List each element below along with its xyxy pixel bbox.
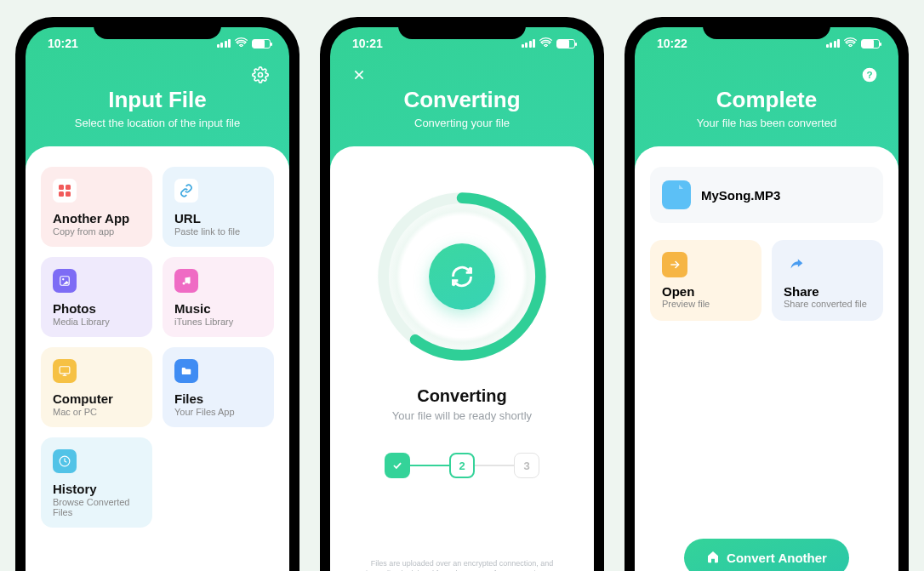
action-title: Share	[784, 284, 871, 299]
close-icon[interactable]	[347, 63, 371, 87]
svg-point-8	[188, 282, 191, 284]
tile-sub: iTunes Library	[174, 317, 262, 327]
tile-title: URL	[174, 211, 262, 226]
step-indicator: 2 3	[385, 453, 539, 478]
step-3-pending: 3	[514, 453, 539, 478]
svg-rect-2	[66, 185, 71, 190]
svg-rect-1	[59, 185, 64, 190]
battery-icon	[861, 39, 880, 49]
page-subtitle: Converting your file	[347, 117, 577, 129]
battery-icon	[556, 39, 575, 49]
step-segment	[410, 465, 449, 466]
music-icon	[174, 269, 198, 293]
computer-icon	[53, 359, 77, 383]
svg-point-0	[259, 73, 263, 77]
svg-rect-3	[59, 191, 64, 197]
tile-url[interactable]: URL Paste link to file	[163, 167, 274, 247]
step-1-done	[385, 453, 410, 478]
apps-grid-icon	[53, 179, 77, 203]
action-share[interactable]: Share Share converted file	[772, 240, 883, 321]
file-result-row[interactable]: MySong.MP3	[650, 167, 883, 223]
tile-sub: Mac or PC	[53, 407, 140, 417]
notch	[94, 17, 221, 39]
notch	[703, 17, 830, 39]
progress-title: Converting	[392, 386, 532, 406]
header: Input File Select the location of the in…	[26, 87, 289, 146]
tile-title: Photos	[53, 301, 140, 316]
share-icon	[784, 252, 809, 277]
file-name: MySong.MP3	[701, 188, 780, 203]
progress-sub: Your file will be ready shortly	[392, 409, 532, 422]
tile-sub: Browse Converted Files	[53, 497, 140, 517]
folder-icon	[174, 359, 198, 383]
progress-ring	[373, 187, 551, 366]
tile-sub: Paste link to file	[174, 226, 262, 237]
action-open[interactable]: Open Preview file	[650, 240, 761, 321]
convert-another-button[interactable]: Convert Another	[684, 539, 849, 571]
step-2-active: 2	[449, 453, 475, 478]
tile-title: Music	[174, 301, 262, 316]
tile-title: Files	[174, 391, 262, 406]
tile-computer[interactable]: Computer Mac or PC	[41, 347, 152, 427]
tile-sub: Copy from app	[53, 226, 140, 237]
help-icon[interactable]: ?	[858, 63, 881, 87]
page-title: Input File	[43, 87, 272, 113]
page-subtitle: Your file has been converted	[652, 117, 881, 129]
phone-screen-complete: 10:22 ? Complete Your file has been conv…	[625, 17, 909, 571]
sync-icon	[429, 243, 495, 310]
home-icon	[706, 550, 720, 566]
svg-rect-9	[60, 367, 70, 374]
battery-icon	[252, 39, 271, 49]
link-icon	[174, 179, 198, 203]
status-time: 10:21	[352, 37, 383, 50]
svg-point-6	[62, 278, 64, 280]
action-title: Open	[662, 284, 750, 299]
settings-icon[interactable]	[248, 63, 272, 87]
notch	[398, 17, 526, 39]
cellular-icon	[217, 39, 231, 48]
header: Converting Converting your file	[330, 87, 594, 146]
photos-icon	[53, 269, 77, 293]
step-segment	[475, 465, 514, 466]
page-subtitle: Select the location of the input file	[43, 117, 272, 129]
tile-sub: Media Library	[53, 317, 140, 327]
history-icon	[53, 449, 77, 473]
wifi-icon	[235, 37, 248, 49]
wifi-icon	[539, 37, 552, 49]
cta-label: Convert Another	[727, 551, 827, 565]
file-type-icon	[662, 180, 691, 209]
tile-photos[interactable]: Photos Media Library	[41, 257, 152, 337]
svg-point-7	[183, 283, 185, 285]
status-time: 10:21	[48, 37, 78, 50]
wifi-icon	[844, 37, 857, 49]
cellular-icon	[826, 39, 841, 48]
action-sub: Share converted file	[784, 299, 871, 309]
cellular-icon	[522, 39, 536, 48]
status-time: 10:22	[657, 37, 687, 50]
page-title: Complete	[652, 87, 881, 113]
tile-history[interactable]: History Browse Converted Files	[41, 437, 152, 528]
tile-sub: Your Files App	[174, 407, 262, 417]
action-sub: Preview file	[662, 299, 750, 309]
svg-rect-4	[66, 191, 71, 197]
header: Complete Your file has been converted	[635, 87, 898, 146]
page-title: Converting	[347, 87, 577, 113]
open-icon	[662, 252, 687, 277]
tile-files[interactable]: Files Your Files App	[163, 347, 274, 427]
tile-music[interactable]: Music iTunes Library	[163, 257, 274, 337]
disclaimer-text: Files are uploaded over an encrypted con…	[345, 546, 579, 571]
phone-screen-input: 10:21 Input File Select the location of …	[15, 17, 299, 571]
tile-another-app[interactable]: Another App Copy from app	[41, 167, 152, 247]
phone-screen-converting: 10:21 Converting Converting your file	[320, 17, 604, 571]
svg-text:?: ?	[866, 69, 872, 80]
tile-title: Computer	[53, 391, 140, 406]
tile-title: Another App	[53, 211, 140, 226]
tile-title: History	[53, 482, 140, 496]
